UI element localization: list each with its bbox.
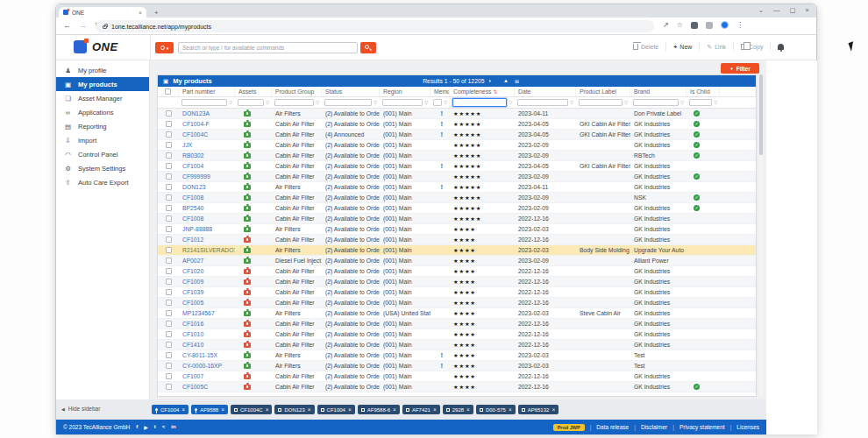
filter-input-memo[interactable] <box>433 99 442 106</box>
part-chip[interactable]: AP65132× <box>518 405 559 414</box>
table-row[interactable]: CF1012Cabin Air Filter(2) Available to O… <box>158 235 756 245</box>
part-number-link[interactable]: CF1016 <box>182 321 203 327</box>
filter-input-part-number[interactable] <box>181 99 227 106</box>
chip-close-icon[interactable]: × <box>551 406 555 413</box>
column-header-product-group[interactable]: Product Group <box>272 87 322 96</box>
part-number-link[interactable]: CF1005C <box>182 384 208 390</box>
browser-tab[interactable]: ONE × <box>59 7 146 18</box>
table-row[interactable]: CY-8011-15XAir Filters(2) Available to O… <box>158 350 756 361</box>
part-number-link[interactable]: DON123 <box>182 184 205 190</box>
table-row[interactable]: CF1004Cabin Air Filter(2) Available to O… <box>158 161 756 172</box>
part-number-link[interactable]: CY-8011-15X <box>182 352 217 358</box>
row-checkbox[interactable] <box>166 152 172 159</box>
part-number-link[interactable]: CY-0000-16XP <box>182 363 222 369</box>
column-header-is-child[interactable]: Is Child <box>687 87 720 96</box>
row-checkbox[interactable] <box>166 173 172 180</box>
share-icon[interactable]: ↗ <box>663 21 669 29</box>
part-number-link[interactable]: CF1039 <box>182 289 203 295</box>
part-number-link[interactable]: JNP-88888 <box>182 226 212 232</box>
part-chip[interactable]: CF1004C× <box>231 405 272 414</box>
funnel-icon[interactable]: ▽ <box>680 100 684 105</box>
youtube-icon[interactable]: ▶ <box>144 424 148 430</box>
row-checkbox[interactable] <box>166 184 172 190</box>
facebook-icon[interactable]: f <box>136 424 138 430</box>
part-number-link[interactable]: CF1410 <box>182 342 203 348</box>
table-row[interactable]: CF1410Cabin Air Filter(2) Available to O… <box>158 340 756 350</box>
row-checkbox[interactable] <box>166 342 172 348</box>
row-checkbox[interactable] <box>166 310 172 316</box>
filter-input-product-label[interactable] <box>579 99 623 106</box>
part-number-link[interactable]: CF1004-F <box>182 121 210 127</box>
part-chip[interactable]: AF9588-6× <box>358 405 400 414</box>
column-header-part-number[interactable]: Part number <box>179 87 235 96</box>
footer-link-privacy-statement[interactable]: Privacy statement <box>679 424 725 430</box>
funnel-icon[interactable]: ▽ <box>266 100 269 105</box>
search-input[interactable] <box>178 42 358 53</box>
funnel-icon[interactable]: ▽ <box>570 100 573 105</box>
row-checkbox[interactable] <box>166 373 172 379</box>
sidebar-item-my-products[interactable]: ▣My products <box>56 77 149 91</box>
row-checkbox[interactable] <box>166 268 172 274</box>
sidebar-item-reporting[interactable]: ▤Reporting <box>56 119 149 133</box>
row-checkbox[interactable] <box>166 363 172 369</box>
row-checkbox[interactable] <box>166 352 172 358</box>
part-number-link[interactable]: JJX <box>182 142 192 148</box>
part-number-link[interactable]: MP1234567 <box>182 310 215 316</box>
search-button[interactable] <box>360 42 376 53</box>
results-next-icon[interactable]: › <box>488 78 490 84</box>
row-checkbox[interactable] <box>166 131 172 138</box>
row-checkbox[interactable] <box>166 384 172 390</box>
table-row[interactable]: CF1007Cabin Air Filter(2) Available to O… <box>158 371 756 382</box>
profile-avatar[interactable] <box>721 21 729 29</box>
row-checkbox[interactable] <box>166 247 172 253</box>
table-row[interactable]: AP0027Diesel Fuel Inject...(2) Available… <box>158 256 756 266</box>
filter-input-status[interactable] <box>324 99 372 106</box>
vertical-scrollbar[interactable] <box>759 74 763 397</box>
row-checkbox[interactable] <box>166 163 172 169</box>
table-row[interactable]: CF1010Cabin Air Filter(2) Available to O… <box>158 329 756 340</box>
funnel-icon[interactable]: ▽ <box>374 100 377 105</box>
column-header-product-label[interactable]: Product Label <box>576 87 630 96</box>
row-checkbox[interactable] <box>166 289 172 295</box>
twitter-icon[interactable]: t <box>154 424 156 430</box>
table-row[interactable]: CF999999Cabin Air Filter(2) Available to… <box>158 172 756 182</box>
table-row[interactable]: CF1009Cabin Air Filter(2) Available to O… <box>158 277 756 287</box>
copy-button[interactable]: Copy <box>741 44 763 50</box>
filter-input-region[interactable] <box>382 99 423 106</box>
part-number-link[interactable]: CF1009 <box>182 279 203 285</box>
chip-close-icon[interactable]: × <box>433 406 437 413</box>
part-number-link[interactable]: CF1004 <box>182 163 203 169</box>
table-row[interactable]: JJXCabin Air Filter(2) Available to Orde… <box>158 140 756 151</box>
column-header-status[interactable]: Status <box>322 87 380 96</box>
row-checkbox[interactable] <box>166 194 172 201</box>
funnel-icon[interactable]: ▽ <box>424 100 428 105</box>
funnel-icon[interactable]: ▽ <box>229 100 232 105</box>
part-chip[interactable]: 2928× <box>443 405 473 414</box>
table-row[interactable]: CF1039Cabin Air Filter(2) Available to O… <box>158 287 756 298</box>
row-checkbox[interactable] <box>166 121 172 127</box>
tab-close-icon[interactable]: × <box>139 10 142 16</box>
part-number-link[interactable]: CF1005 <box>182 300 203 306</box>
bookmark-star-icon[interactable]: ☆ <box>677 21 683 29</box>
chip-close-icon[interactable]: × <box>221 406 224 413</box>
footer-link-licenses[interactable]: Licenses <box>736 424 759 430</box>
row-checkbox[interactable] <box>166 331 172 337</box>
part-chip[interactable]: D00-575× <box>476 405 516 414</box>
browser-menu-icon[interactable]: ⋮ <box>736 21 743 29</box>
table-row[interactable]: CF1016Cabin Air Filter(2) Available to O… <box>158 319 756 329</box>
window-chevron-icon[interactable]: ⌄ <box>758 6 764 14</box>
sidebar-item-system-settings[interactable]: ⚙System Settings <box>56 161 149 175</box>
sidebar-item-asset-manager[interactable]: ❏Asset Manager <box>56 91 149 105</box>
table-row[interactable]: MP1234567Air Filters(2) Available to Ord… <box>158 308 756 319</box>
part-number-link[interactable]: DON123A <box>182 110 210 117</box>
new-button[interactable]: +New <box>673 44 692 50</box>
funnel-icon[interactable]: ▽ <box>624 100 628 105</box>
table-row[interactable]: CF1004-FCabin Air Filter(2) Available to… <box>158 119 756 130</box>
table-row[interactable]: CF1005CCabin Air Filter(2) Available to … <box>158 382 756 392</box>
filter-input-assets[interactable] <box>238 99 264 106</box>
sidebar-item-import[interactable]: ⇩Import <box>56 133 149 147</box>
row-checkbox[interactable] <box>166 279 172 285</box>
chip-close-icon[interactable]: × <box>393 406 396 413</box>
part-number-link[interactable]: CF1007 <box>182 373 203 379</box>
row-checkbox[interactable] <box>166 110 172 117</box>
